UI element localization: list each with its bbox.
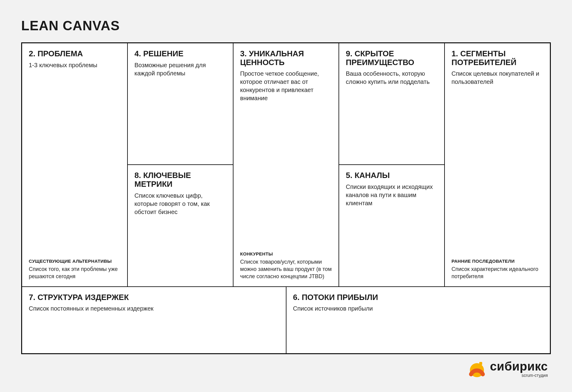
cell-problem-sub: СУЩЕСТВУЮЩИЕ АЛЬТЕРНАТИВЫ Список того, к… [29, 259, 121, 280]
cell-revenue-title: 6. ПОТОКИ ПРИБЫЛИ [293, 293, 544, 302]
cell-channels: 5. КАНАЛЫ Списки входящих и исходящих ка… [339, 165, 445, 286]
logo-word: сибирикс [490, 360, 548, 372]
cell-revenue: 6. ПОТОКИ ПРИБЫЛИ Список источников приб… [286, 287, 551, 354]
cell-advantage-title: 9. СКРЫТОЕ ПРЕИМУЩЕСТВО [346, 49, 438, 67]
cell-uvp-sub-title: КОНКУРЕНТЫ [240, 251, 332, 256]
cell-uvp-body: Простое четкое сообщение, которое отлича… [240, 70, 332, 102]
cell-segments-sub-title: РАННИЕ ПОСЛЕДОВАТЕЛИ [451, 259, 543, 264]
cell-metrics: 8. КЛЮЧЕВЫЕ МЕТРИКИ Список ключевых цифр… [127, 165, 233, 286]
cell-solution-title: 4. РЕШЕНИЕ [134, 49, 226, 58]
lean-canvas-grid: 2. ПРОБЛЕМА 1-3 ключевых проблемы СУЩЕСТ… [21, 42, 551, 354]
cell-segments-title: 1. СЕГМЕНТЫ ПОТРЕБИТЕЛЕЙ [451, 49, 543, 67]
cell-problem-sub-body: Список того, как эти проблемы уже решают… [29, 265, 121, 280]
cell-uvp-title: 3. УНИКАЛЬНАЯ ЦЕННОСТЬ [240, 49, 332, 67]
cell-advantage: 9. СКРЫТОЕ ПРЕИМУЩЕСТВО Ваша особенность… [339, 43, 445, 165]
svg-rect-1 [479, 362, 482, 365]
cell-metrics-title: 8. КЛЮЧЕВЫЕ МЕТРИКИ [134, 171, 226, 188]
sibiriks-logo-icon [468, 360, 486, 378]
cell-uvp-sub: КОНКУРЕНТЫ Список товаров/услуг, которым… [240, 251, 332, 280]
cell-problem-sub-title: СУЩЕСТВУЮЩИЕ АЛЬТЕРНАТИВЫ [29, 259, 121, 264]
cell-channels-title: 5. КАНАЛЫ [346, 171, 438, 180]
cell-segments: 1. СЕГМЕНТЫ ПОТРЕБИТЕЛЕЙ Список целевых … [445, 43, 550, 287]
cell-segments-sub-body: Список характеристик идеального потребит… [451, 265, 543, 280]
page-title: LEAN CANVAS [21, 18, 551, 33]
logo-tagline: scrum-студия [522, 373, 548, 378]
cell-channels-body: Списки входящих и исходящих каналов на п… [346, 183, 438, 207]
cell-revenue-body: Список источников прибыли [293, 305, 544, 313]
cell-uvp: 3. УНИКАЛЬНАЯ ЦЕННОСТЬ Простое четкое со… [233, 43, 339, 287]
cell-problem: 2. ПРОБЛЕМА 1-3 ключевых проблемы СУЩЕСТ… [22, 43, 127, 287]
cell-solution: 4. РЕШЕНИЕ Возможные решения для каждой … [127, 43, 233, 165]
logo-text: сибирикс scrum-студия [490, 360, 548, 378]
cell-problem-body: 1-3 ключевых проблемы [29, 61, 121, 69]
cell-uvp-sub-body: Список товаров/услуг, которыми можно зам… [240, 258, 332, 280]
cell-costs-body: Список постоянных и переменных издержек [29, 305, 279, 313]
footer-logo: сибирикс scrum-студия [21, 360, 551, 378]
cell-costs-title: 7. СТРУКТУРА ИЗДЕРЖЕК [29, 293, 279, 302]
cell-advantage-body: Ваша особенность, которую сложно купить … [346, 70, 438, 86]
cell-segments-body: Список целевых покупателей и пользовател… [451, 70, 543, 86]
cell-solution-body: Возможные решения для каждой проблемы [134, 61, 226, 77]
cell-metrics-body: Список ключевых цифр, которые говорят о … [134, 192, 226, 216]
cell-problem-title: 2. ПРОБЛЕМА [29, 49, 121, 58]
cell-costs: 7. СТРУКТУРА ИЗДЕРЖЕК Список постоянных … [22, 287, 286, 354]
cell-segments-sub: РАННИЕ ПОСЛЕДОВАТЕЛИ Список характеристи… [451, 259, 543, 280]
